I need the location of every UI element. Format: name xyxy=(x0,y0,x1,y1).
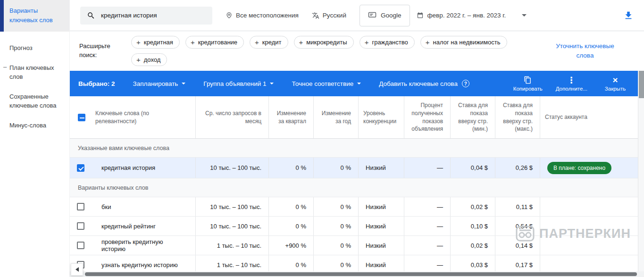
language-filter-label: Русский xyxy=(323,12,346,19)
match-type-dropdown-label: Точное соответствие xyxy=(292,80,353,87)
sidebar-item-saved-keywords[interactable]: Сохраненные ключевые слова xyxy=(0,87,69,116)
sidebar-item-keyword-ideas[interactable]: Варианты ключевых слов xyxy=(0,0,69,32)
table-row[interactable]: кредитный рейтинг 10 тыс. – 100 тыс. 0 %… xyxy=(70,217,644,236)
row-checkbox-cell xyxy=(70,158,94,178)
match-type-dropdown[interactable]: Точное соответствие xyxy=(292,80,361,87)
table-section-row: Варианты ключевых слов xyxy=(70,178,644,197)
keyword-chip[interactable]: +доход xyxy=(131,53,167,66)
yoy-change-cell: 0 % xyxy=(314,158,359,178)
impression-share-cell: — xyxy=(404,158,451,178)
plus-icon: + xyxy=(191,39,195,46)
header-impression-share[interactable]: Процент полученных показов объявления xyxy=(404,96,451,138)
close-button-label: Закрыть xyxy=(605,86,626,92)
network-icon xyxy=(368,12,376,19)
location-pin-icon xyxy=(226,12,233,19)
expand-chips: +кредитная+кредитование+кредит+микрокред… xyxy=(131,36,527,66)
topbar: Все местоположения Русский Google февр. … xyxy=(70,0,644,31)
search-box[interactable] xyxy=(80,7,212,25)
competition-cell: Низкий xyxy=(359,217,404,235)
sidebar-item-negative-keywords[interactable]: Минус-слова xyxy=(0,116,69,135)
sidebar-item-forecast[interactable]: Прогноз xyxy=(0,38,69,58)
schedule-dropdown[interactable]: Запланировать xyxy=(133,80,186,87)
download-button[interactable] xyxy=(623,10,634,21)
header-bid-low[interactable]: Ставка для показа вверху стр. (мин.) xyxy=(451,96,495,138)
dash-icon: – xyxy=(3,62,7,72)
arrow-left-icon xyxy=(75,267,79,272)
main-panel: Все местоположения Русский Google февр. … xyxy=(70,0,644,277)
header-volume[interactable]: Ср. число запросов в месяц xyxy=(196,96,269,138)
select-all-checkbox[interactable] xyxy=(78,114,85,121)
header-yoy-change[interactable]: Изменение за год xyxy=(314,96,359,138)
competition-cell: Низкий xyxy=(359,236,404,255)
sidebar-item-label: Варианты ключевых слов xyxy=(9,7,53,24)
add-keywords-button[interactable]: Добавить ключевые слова ? xyxy=(379,80,469,87)
keyword-planner-app: Варианты ключевых словПрогноз–План ключе… xyxy=(0,0,644,277)
volume-cell: 10 тыс. – 100 тыс. xyxy=(196,197,269,216)
table-row[interactable]: проверить кредитную историю 1 тыс. – 10 … xyxy=(70,236,644,255)
horizontal-scrollbar[interactable] xyxy=(70,271,644,277)
copy-button-label: Копировать xyxy=(513,86,543,92)
header-competition[interactable]: Уровень конкуренции xyxy=(359,96,404,138)
date-range-selector[interactable]: февр. 2022 г. – янв. 2023 г. xyxy=(417,12,527,19)
keyword-chip[interactable]: +кредит xyxy=(250,36,288,49)
competition-cell: Низкий xyxy=(359,197,404,216)
scroll-left-button[interactable] xyxy=(71,263,83,276)
horizontal-scrollbar-thumb[interactable] xyxy=(85,272,637,276)
location-filter-label: Все местоположения xyxy=(236,12,299,19)
header-bid-high[interactable]: Ставка для показа вверху стр. (макс.) xyxy=(495,96,540,138)
search-input[interactable] xyxy=(101,12,206,19)
section-label: Варианты ключевых слов xyxy=(78,185,148,191)
keyword-chip[interactable]: +гражданство xyxy=(360,36,415,49)
row-checkbox[interactable] xyxy=(77,242,84,249)
close-icon: × xyxy=(612,76,618,84)
keyword-chip[interactable]: +кредитная xyxy=(131,36,180,49)
help-icon[interactable]: ? xyxy=(462,80,469,87)
sidebar-item-keyword-plan[interactable]: –План ключевых слов xyxy=(0,58,69,87)
keyword-chip[interactable]: +налог на недвижимость xyxy=(420,36,507,49)
header-qoq-change[interactable]: Изменение за квартал xyxy=(269,96,314,138)
keyword-chip-label: налог на недвижимость xyxy=(433,39,501,46)
keyword-chip-label: кредитная xyxy=(144,39,173,46)
refine-keywords-link[interactable]: Уточнить ключевые слова xyxy=(547,42,623,61)
table-row[interactable]: кредитная история 10 тыс. – 100 тыс. 0 %… xyxy=(70,158,644,178)
header-account-status[interactable]: Статус аккаунта xyxy=(540,96,644,138)
plus-icon: + xyxy=(426,39,430,46)
row-checkbox[interactable] xyxy=(77,222,84,230)
keyword-chip-label: микрокредиты xyxy=(306,39,347,46)
download-icon xyxy=(623,10,634,21)
table-body: Указанные вами ключевые слова кредитная … xyxy=(70,139,644,275)
ad-group-dropdown[interactable]: Группа объявлений 1 xyxy=(203,80,274,87)
impression-share-cell: — xyxy=(404,217,451,235)
bid-low-cell: 0,02 $ xyxy=(451,236,495,255)
bid-high-cell: 0,26 $ xyxy=(495,158,540,178)
yoy-change-cell: 0 % xyxy=(314,197,359,216)
close-button[interactable]: × Закрыть xyxy=(600,76,631,92)
sidebar-items: Варианты ключевых словПрогноз–План ключе… xyxy=(0,0,69,135)
keyword-cell: кредитная история xyxy=(94,158,196,178)
row-checkbox[interactable] xyxy=(77,164,84,172)
language-filter[interactable]: Русский xyxy=(312,12,346,19)
account-status-cell xyxy=(540,236,644,255)
kebab-menu-icon: ⋮ xyxy=(567,76,576,84)
copy-button[interactable]: Копировать xyxy=(512,76,544,92)
table-row[interactable]: бки 10 тыс. – 100 тыс. 0 % 0 % Низкий — … xyxy=(70,197,644,217)
header-keyword[interactable]: Ключевые слова (по релевантности) xyxy=(94,96,196,138)
keyword-chip[interactable]: +кредитование xyxy=(185,36,244,49)
expand-search-section: Расширьте поиск: +кредитная+кредитование… xyxy=(70,31,644,71)
row-checkbox-cell xyxy=(70,197,94,216)
bid-high-cell: 0,54 $ xyxy=(495,217,540,235)
chevron-down-icon xyxy=(357,83,361,84)
bid-low-cell: 0,04 $ xyxy=(451,158,495,178)
keyword-cell: проверить кредитную историю xyxy=(94,236,196,255)
row-checkbox[interactable] xyxy=(77,203,84,210)
vertical-scrollbar-thumb[interactable] xyxy=(639,71,644,98)
more-options-button[interactable]: ⋮ Дополните... xyxy=(556,76,587,92)
qoq-change-cell: 0 % xyxy=(269,217,314,235)
volume-cell: 10 тыс. – 100 тыс. xyxy=(196,217,269,235)
chevron-down-icon xyxy=(270,83,274,84)
vertical-scrollbar[interactable] xyxy=(638,71,644,271)
keyword-chip[interactable]: +микрокредиты xyxy=(294,36,354,49)
expand-search-label: Расширьте поиск: xyxy=(79,42,120,60)
location-filter[interactable]: Все местоположения xyxy=(226,12,299,19)
network-selector[interactable]: Google xyxy=(360,5,410,26)
